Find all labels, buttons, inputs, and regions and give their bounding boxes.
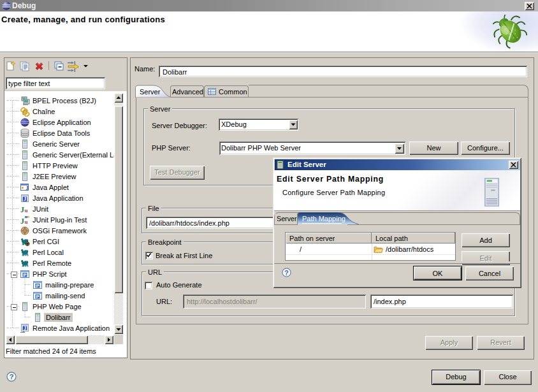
svg-text:P: P — [36, 294, 39, 300]
svg-text:P: P — [36, 283, 39, 289]
svg-text:u: u — [25, 219, 28, 225]
svg-text:u: u — [25, 207, 28, 214]
svg-text:J: J — [20, 217, 24, 226]
svg-text:J: J — [20, 205, 24, 214]
svg-text:P: P — [23, 272, 26, 278]
svg-text:J: J — [24, 326, 26, 331]
svg-text:J: J — [26, 185, 29, 191]
svg-text:?: ? — [284, 269, 288, 277]
svg-text:?: ? — [10, 373, 14, 381]
